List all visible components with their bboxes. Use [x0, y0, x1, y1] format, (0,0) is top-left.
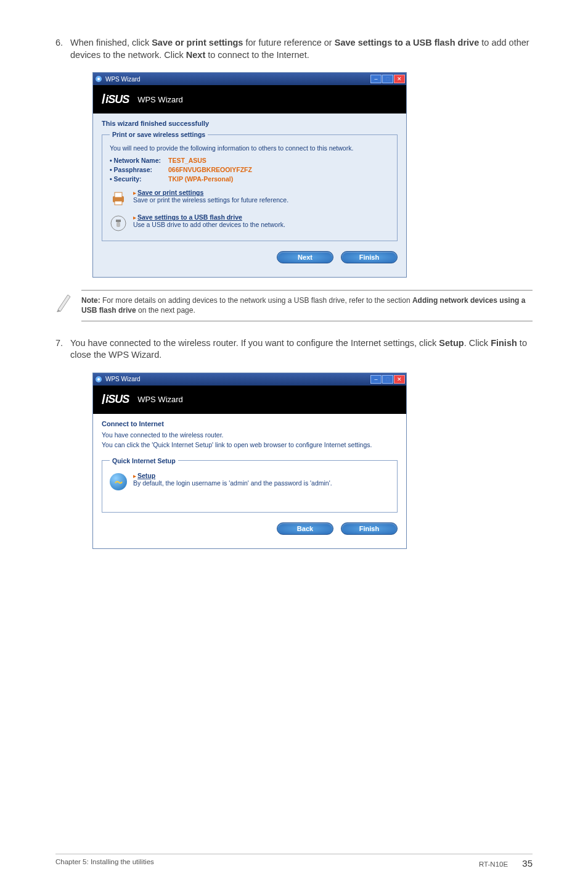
window-body: This wizard finished successfully Print … — [93, 113, 406, 277]
setup-text: ▸Setup By default, the login username is… — [133, 472, 332, 487]
globe-icon — [110, 473, 127, 490]
footer-model: RT-N10E — [479, 860, 508, 868]
txt: on the next page. — [136, 306, 195, 315]
finish-button[interactable]: Finish — [341, 522, 398, 535]
window-inner: Quick Internet Setup ▸Setup By default, … — [93, 457, 406, 548]
bold-save-usb: Save settings to a USB flash drive — [335, 38, 480, 47]
connect-heading: Connect to Internet — [102, 420, 398, 427]
group-legend: Print or save wireless settings — [110, 131, 208, 138]
network-name-value: TEST_ASUS — [168, 157, 206, 164]
minimize-button[interactable]: – — [370, 75, 382, 83]
bold-setup: Setup — [439, 338, 463, 348]
bold-save-print: Save or print settings — [152, 38, 243, 47]
txt: for future reference or — [243, 38, 334, 47]
wizard-heading: This wizard finished successfully — [102, 120, 398, 127]
security-row: • Security: TKIP (WPA-Personal) — [110, 175, 390, 183]
network-name-row: • Network Name: TEST_ASUS — [110, 157, 390, 164]
save-print-text: ▸Save or print settings Save or print th… — [133, 189, 288, 204]
step-7: 7.You have connected to the wireless rou… — [55, 337, 533, 361]
save-usb-text: ▸Save settings to a USB flash drive Use … — [133, 213, 285, 228]
txt: For more details on adding devices to th… — [100, 296, 412, 305]
save-usb-link[interactable]: Save settings to a USB flash drive — [137, 213, 242, 221]
button-bar: Next Finish — [102, 251, 398, 263]
brand-bar: iSUS WPS Wizard — [93, 386, 406, 414]
svg-rect-6 — [116, 220, 121, 222]
window-title: WPS Wizard — [105, 376, 370, 382]
setup-action: ▸Setup By default, the login username is… — [110, 472, 390, 490]
print-save-group: Print or save wireless settings You will… — [102, 131, 398, 241]
txt: When finished, click — [70, 38, 152, 47]
step-6-number: 6. — [55, 37, 70, 49]
footer-right: RT-N10E 35 — [479, 858, 533, 868]
step-6: 6.When finished, click Save or print set… — [55, 37, 533, 61]
maximize-button[interactable]: □ — [382, 75, 393, 83]
setup-link[interactable]: Setup — [137, 472, 155, 479]
maximize-button[interactable]: □ — [382, 375, 393, 384]
arrow-icon: ▸ — [133, 214, 136, 221]
titlebar: WPS Wizard – □ ✕ — [93, 73, 406, 85]
window-controls: – □ ✕ — [370, 375, 405, 384]
svg-rect-4 — [115, 201, 122, 205]
txt: to connect to the Internet. — [205, 50, 309, 60]
wps-wizard-window-1: WPS Wizard – □ ✕ iSUS WPS Wizard This wi… — [92, 72, 407, 278]
security-label: • Security: — [110, 175, 168, 183]
step-6-body: When finished, click Save or print setti… — [70, 37, 533, 61]
footer-left: Chapter 5: Installing the utilities — [55, 858, 479, 868]
asus-logo: iSUS — [102, 392, 129, 408]
svg-rect-7 — [116, 222, 120, 227]
svg-point-9 — [97, 378, 100, 381]
window-title: WPS Wizard — [105, 76, 370, 83]
note: Note: For more details on adding devices… — [55, 290, 533, 321]
svg-rect-3 — [115, 192, 122, 197]
group-desc: You will need to provide the following i… — [110, 144, 390, 152]
svg-point-1 — [97, 78, 100, 80]
usb-icon — [110, 215, 127, 232]
security-value: TKIP (WPA-Personal) — [168, 175, 233, 183]
app-icon — [94, 75, 103, 83]
minimize-button[interactable]: – — [370, 375, 382, 384]
arrow-icon: ▸ — [133, 472, 136, 479]
group-legend: Quick Internet Setup — [110, 457, 178, 464]
brand-bar-title: WPS Wizard — [137, 95, 183, 104]
txt: You have connected to the wireless route… — [70, 338, 439, 348]
page-footer: Chapter 5: Installing the utilities RT-N… — [55, 854, 533, 868]
window-controls: – □ ✕ — [370, 75, 405, 83]
connected-line: You have connected to the wireless route… — [102, 431, 398, 439]
save-print-action: ▸Save or print settings Save or print th… — [110, 189, 390, 207]
arrow-icon: ▸ — [133, 189, 136, 196]
asus-logo: iSUS — [102, 91, 129, 107]
step-7-body: You have connected to the wireless route… — [70, 337, 533, 361]
window-top: Connect to Internet You have connected t… — [93, 414, 406, 457]
passphrase-label: • Passphrase: — [110, 166, 168, 173]
finish-button[interactable]: Finish — [341, 251, 398, 263]
window-body: Connect to Internet You have connected t… — [93, 414, 406, 548]
bold-next: Next — [186, 50, 205, 60]
brand-bar-title: WPS Wizard — [137, 395, 183, 404]
button-bar: Back Finish — [102, 522, 398, 535]
save-usb-desc: Use a USB drive to add other devices to … — [133, 221, 285, 228]
network-name-label: • Network Name: — [110, 157, 168, 164]
next-button[interactable]: Next — [277, 251, 333, 263]
pencil-icon — [55, 291, 73, 315]
quick-internet-group: Quick Internet Setup ▸Setup By default, … — [102, 457, 398, 513]
save-usb-action: ▸Save settings to a USB flash drive Use … — [110, 213, 390, 232]
step-7-number: 7. — [55, 337, 70, 350]
passphrase-row: • Passphrase: 066FNVUGBKREOOIYFZFZ — [110, 166, 390, 173]
printer-icon — [110, 190, 127, 207]
save-print-desc: Save or print the wireless settings for … — [133, 196, 288, 204]
brand-bar: iSUS WPS Wizard — [93, 85, 406, 113]
txt: . Click — [464, 338, 491, 348]
setup-desc: By default, the login username is 'admin… — [133, 479, 332, 487]
passphrase-value: 066FNVUGBKREOOIYFZFZ — [168, 166, 252, 173]
wps-wizard-window-2: WPS Wizard – □ ✕ iSUS WPS Wizard Connect… — [92, 373, 407, 549]
page-number: 35 — [522, 858, 533, 868]
note-text: Note: For more details on adding devices… — [81, 290, 533, 321]
titlebar: WPS Wizard – □ ✕ — [93, 373, 406, 386]
save-print-link[interactable]: Save or print settings — [137, 189, 203, 196]
close-button[interactable]: ✕ — [394, 75, 405, 83]
back-button[interactable]: Back — [277, 522, 333, 535]
quick-setup-line: You can click the 'Quick Internet Setup'… — [102, 441, 398, 448]
bold-finish: Finish — [491, 338, 517, 348]
close-button[interactable]: ✕ — [394, 375, 405, 384]
note-label: Note: — [81, 296, 100, 305]
